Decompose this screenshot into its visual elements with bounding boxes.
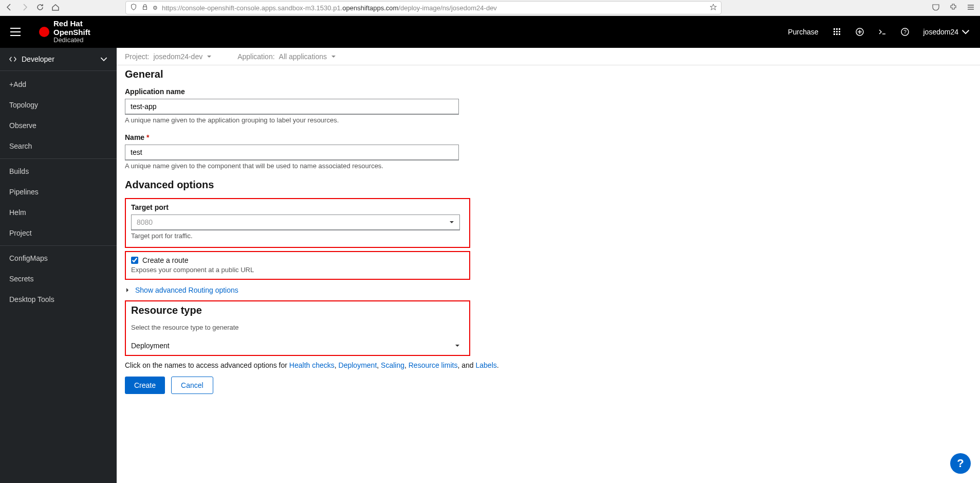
menu-icon[interactable] bbox=[967, 3, 975, 13]
terminal-icon[interactable] bbox=[878, 28, 886, 36]
pocket-icon[interactable] bbox=[932, 3, 940, 13]
svg-rect-0 bbox=[143, 7, 147, 9]
perspective-switcher[interactable]: Developer bbox=[0, 48, 117, 71]
svg-rect-2 bbox=[836, 28, 838, 30]
link-scaling[interactable]: Scaling bbox=[381, 361, 404, 369]
sidebar-item-secrets[interactable]: Secrets bbox=[0, 269, 117, 289]
target-port-help: Target port for traffic. bbox=[131, 232, 464, 240]
caret-down-icon bbox=[455, 343, 460, 348]
app-name-help: A unique name given to the application g… bbox=[125, 116, 591, 124]
advanced-options-footer: Click on the names to access advanced op… bbox=[125, 361, 591, 369]
brand-line2: OpenShift bbox=[53, 28, 90, 37]
reload-icon[interactable] bbox=[36, 3, 44, 13]
svg-text:?: ? bbox=[903, 29, 907, 35]
browser-chrome: ⚙ https://console-openshift-console.apps… bbox=[0, 0, 980, 16]
app-name-label: Application name bbox=[125, 87, 591, 96]
target-port-select[interactable]: 8080 bbox=[131, 214, 460, 230]
project-dropdown[interactable]: Project: josedom24-dev bbox=[125, 52, 212, 61]
forward-icon bbox=[21, 3, 29, 13]
svg-rect-5 bbox=[836, 31, 838, 32]
purchase-link[interactable]: Purchase bbox=[788, 28, 818, 36]
brand-line3: Dedicated bbox=[53, 37, 90, 44]
create-route-checkbox[interactable] bbox=[131, 257, 138, 264]
redhat-logo-icon bbox=[39, 27, 49, 37]
create-button[interactable]: Create bbox=[125, 377, 165, 394]
nav-toggle[interactable] bbox=[10, 28, 21, 36]
add-icon[interactable] bbox=[856, 28, 864, 36]
sidebar-item-builds[interactable]: Builds bbox=[0, 161, 117, 182]
home-icon[interactable] bbox=[51, 3, 60, 13]
permissions-icon: ⚙ bbox=[153, 5, 158, 11]
sidebar-item-observe[interactable]: Observe bbox=[0, 115, 117, 136]
sidebar-item-topology[interactable]: Topology bbox=[0, 95, 117, 115]
svg-rect-9 bbox=[839, 33, 840, 35]
caret-down-icon bbox=[449, 220, 454, 225]
context-toolbar: Project: josedom24-dev Application: All … bbox=[117, 48, 980, 65]
name-label: Name bbox=[125, 133, 591, 141]
caret-down-icon bbox=[331, 54, 336, 59]
svg-rect-3 bbox=[839, 28, 840, 30]
masthead: Red Hat OpenShift Dedicated Purchase ? j… bbox=[0, 16, 980, 48]
brand-line1: Red Hat bbox=[53, 20, 90, 28]
link-deployment[interactable]: Deployment bbox=[339, 361, 377, 369]
application-dropdown[interactable]: Application: All applications bbox=[237, 52, 336, 61]
sidebar-item-search[interactable]: Search bbox=[0, 136, 117, 156]
resource-type-box: Resource type Select the resource type t… bbox=[125, 300, 470, 356]
routing-options-toggle[interactable]: Show advanced Routing options bbox=[125, 286, 591, 294]
link-labels[interactable]: Labels bbox=[475, 361, 496, 369]
resource-sub: Select the resource type to generate bbox=[131, 324, 464, 331]
help-fab[interactable]: ? bbox=[950, 453, 971, 474]
name-help: A unique name given to the component tha… bbox=[125, 162, 591, 170]
target-port-box: Target port 8080 Target port for traffic… bbox=[125, 198, 470, 248]
apps-icon[interactable] bbox=[833, 28, 841, 36]
nav-divider bbox=[0, 158, 117, 159]
main-content: Project: josedom24-dev Application: All … bbox=[117, 48, 980, 483]
general-heading: General bbox=[125, 68, 591, 80]
chevron-right-icon bbox=[125, 288, 130, 293]
svg-rect-4 bbox=[834, 31, 835, 32]
target-port-label: Target port bbox=[131, 203, 464, 211]
sidebar-item-pipelines[interactable]: Pipelines bbox=[0, 182, 117, 202]
svg-rect-1 bbox=[834, 28, 835, 30]
help-icon[interactable]: ? bbox=[901, 28, 909, 36]
create-route-label[interactable]: Create a route bbox=[142, 256, 189, 264]
sidebar-item-add[interactable]: +Add bbox=[0, 74, 117, 95]
routing-options-link: Show advanced Routing options bbox=[135, 286, 238, 294]
bookmark-icon[interactable] bbox=[710, 4, 717, 12]
sidebar-item-helm[interactable]: Helm bbox=[0, 202, 117, 223]
name-input[interactable] bbox=[125, 145, 459, 160]
svg-rect-8 bbox=[836, 33, 838, 35]
app-name-input[interactable] bbox=[125, 99, 459, 115]
create-route-help: Exposes your component at a public URL bbox=[131, 266, 464, 274]
code-icon bbox=[9, 56, 16, 63]
extensions-icon[interactable] bbox=[949, 3, 957, 13]
url-bar[interactable]: ⚙ https://console-openshift-console.apps… bbox=[125, 1, 722, 14]
chevron-down-icon bbox=[100, 56, 107, 63]
nav-divider bbox=[0, 245, 117, 246]
brand[interactable]: Red Hat OpenShift Dedicated bbox=[39, 20, 90, 44]
lock-icon bbox=[141, 4, 149, 12]
svg-rect-7 bbox=[834, 33, 835, 35]
resource-type-select[interactable]: Deployment bbox=[131, 342, 460, 350]
resource-heading: Resource type bbox=[131, 305, 464, 316]
sidebar-item-desktop-tools[interactable]: Desktop Tools bbox=[0, 289, 117, 310]
caret-down-icon bbox=[207, 54, 212, 59]
back-icon[interactable] bbox=[5, 3, 13, 13]
sidebar-item-project[interactable]: Project bbox=[0, 223, 117, 243]
perspective-label: Developer bbox=[22, 55, 54, 63]
cancel-button[interactable]: Cancel bbox=[171, 377, 213, 394]
sidebar: Developer +Add Topology Observe Search B… bbox=[0, 48, 117, 483]
link-resource-limits[interactable]: Resource limits bbox=[409, 361, 458, 369]
link-health-checks[interactable]: Health checks bbox=[289, 361, 335, 369]
shield-icon bbox=[130, 4, 137, 12]
url-text: https://console-openshift-console.apps.s… bbox=[162, 4, 706, 12]
user-menu[interactable]: josedom24 bbox=[923, 28, 970, 36]
sidebar-item-configmaps[interactable]: ConfigMaps bbox=[0, 248, 117, 269]
svg-rect-6 bbox=[839, 31, 840, 32]
create-route-box: Create a route Exposes your component at… bbox=[125, 251, 470, 280]
advanced-heading: Advanced options bbox=[125, 179, 591, 191]
